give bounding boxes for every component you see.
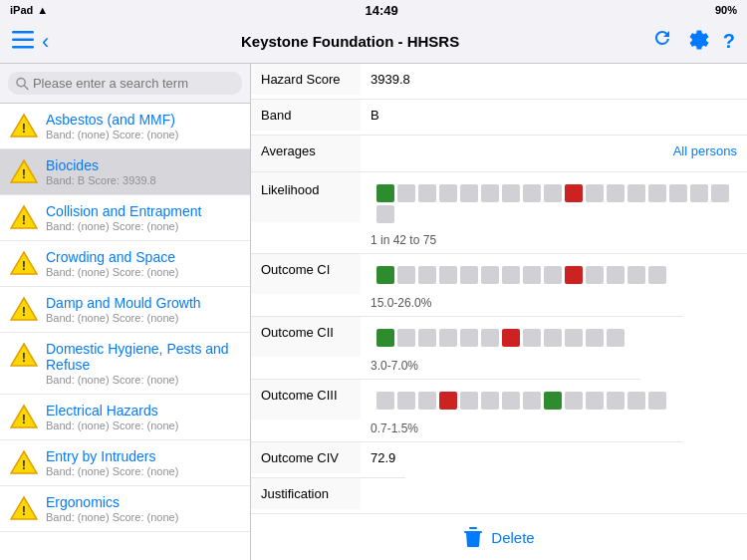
list-item-title: Electrical Hazards	[46, 403, 240, 419]
band-label: Band	[251, 100, 361, 131]
nav-bar: ‹ Keystone Foundation - HHSRS ?	[0, 20, 747, 64]
right-panel: Hazard Score 3939.8 Band B Averages All …	[251, 64, 747, 560]
svg-text:!: !	[22, 258, 26, 273]
likelihood-range: 1 in 42 to 75	[251, 231, 747, 253]
likelihood-section: Likelihood 1 in 42 to 75	[251, 172, 747, 254]
list-item-text: Crowding and Space Band: (none) Score: (…	[46, 249, 240, 278]
square-cell	[586, 184, 604, 202]
list-item-title: Ergonomics	[46, 494, 240, 510]
back-button[interactable]: ‹	[42, 31, 49, 53]
detail-content: Hazard Score 3939.8 Band B Averages All …	[251, 64, 747, 513]
list-item-sub: Band: (none) Score: (none)	[46, 220, 240, 232]
square-cell	[502, 266, 520, 284]
list-item[interactable]: ! Biocides Band: B Score: 3939.8	[0, 149, 250, 195]
square-cell	[376, 266, 394, 284]
square-cell	[439, 392, 457, 410]
warning-icon: !	[10, 295, 38, 323]
main-layout: ! Asbestos (and MMF) Band: (none) Score:…	[0, 64, 747, 560]
outcome-civ-value: 72.9	[361, 442, 405, 473]
square-cell	[460, 329, 478, 347]
square-cell	[418, 184, 436, 202]
nav-left[interactable]: ‹	[12, 31, 49, 53]
list-item[interactable]: ! Electrical Hazards Band: (none) Score:…	[0, 395, 250, 440]
square-cell	[627, 392, 645, 410]
square-cell	[523, 329, 541, 347]
square-cell	[711, 184, 729, 202]
warning-icon: !	[10, 448, 38, 476]
outcome-cii-range: 3.0-7.0%	[251, 357, 640, 379]
square-cell	[607, 392, 624, 410]
battery-label: 90%	[715, 4, 737, 16]
search-input[interactable]	[33, 76, 234, 91]
square-cell	[376, 205, 394, 223]
likelihood-label: Likelihood	[251, 172, 361, 222]
justification-value	[361, 478, 380, 494]
svg-rect-0	[12, 31, 34, 34]
justification-row: Justification	[251, 478, 380, 513]
list-item-text: Ergonomics Band: (none) Score: (none)	[46, 494, 240, 523]
square-cell	[586, 266, 604, 284]
outcome-ciii-section: Outcome CIII 0.7-1.5%	[251, 380, 682, 442]
outcome-cii-squares	[367, 323, 634, 353]
square-cell	[502, 392, 520, 410]
square-cell	[439, 266, 457, 284]
square-cell	[481, 392, 499, 410]
list-item-sub: Band: (none) Score: (none)	[46, 511, 240, 523]
svg-rect-24	[469, 527, 477, 529]
refresh-button[interactable]	[651, 28, 673, 55]
help-button[interactable]: ?	[723, 30, 735, 53]
warning-icon: !	[10, 341, 38, 369]
nav-right: ?	[651, 28, 735, 55]
averages-section: Averages All persons Likelihood 1 in 42 …	[251, 136, 747, 513]
list-item-title: Damp and Mould Growth	[46, 295, 240, 311]
list-item[interactable]: ! Domestic Hygiene, Pests and Refuse Ban…	[0, 333, 250, 395]
square-cell	[648, 184, 666, 202]
list-item[interactable]: ! Entry by Intruders Band: (none) Score:…	[0, 440, 250, 486]
square-cell	[418, 266, 436, 284]
all-persons-tab[interactable]: All persons	[673, 143, 737, 158]
square-cell	[439, 329, 457, 347]
list-item[interactable]: ! Crowding and Space Band: (none) Score:…	[0, 241, 250, 287]
search-input-wrap[interactable]	[8, 72, 242, 95]
square-cell	[376, 329, 394, 347]
hamburger-button[interactable]	[12, 31, 34, 52]
square-cell	[397, 266, 415, 284]
square-cell	[544, 266, 562, 284]
square-cell	[648, 266, 666, 284]
square-cell	[481, 329, 499, 347]
square-cell	[397, 184, 415, 202]
outcome-civ-row: Outcome CIV 72.9	[251, 442, 405, 478]
delete-button[interactable]: Delete	[463, 526, 534, 548]
list-item-sub: Band: (none) Score: (none)	[46, 312, 240, 324]
square-cell	[460, 392, 478, 410]
warning-icon: !	[10, 203, 38, 231]
list-item[interactable]: ! Ergonomics Band: (none) Score: (none)	[0, 486, 250, 532]
settings-button[interactable]	[687, 28, 709, 55]
square-cell	[565, 329, 583, 347]
search-bar	[0, 64, 250, 104]
svg-rect-23	[464, 531, 482, 533]
svg-text:!: !	[22, 212, 26, 227]
square-cell	[523, 184, 541, 202]
list-item-sub: Band: B Score: 3939.8	[46, 174, 240, 186]
square-cell	[397, 392, 415, 410]
square-cell	[607, 266, 624, 284]
averages-label: Averages	[251, 136, 361, 171]
list-item-text: Damp and Mould Growth Band: (none) Score…	[46, 295, 240, 324]
list-item-title: Biocides	[46, 157, 240, 173]
list-item-text: Domestic Hygiene, Pests and Refuse Band:…	[46, 341, 240, 386]
list-item[interactable]: ! Collision and Entrapment Band: (none) …	[0, 195, 250, 241]
square-cell	[690, 184, 708, 202]
hazard-score-label: Hazard Score	[251, 64, 361, 95]
outcome-ci-section: Outcome CI 15.0-26.0%	[251, 254, 682, 317]
square-cell	[565, 184, 583, 202]
list-item[interactable]: ! Damp and Mould Growth Band: (none) Sco…	[0, 287, 250, 333]
square-cell	[586, 392, 604, 410]
list-item-title: Entry by Intruders	[46, 448, 240, 464]
warning-icon: !	[10, 403, 38, 430]
list-item[interactable]: ! Asbestos (and MMF) Band: (none) Score:…	[0, 104, 250, 149]
delete-label: Delete	[491, 529, 534, 546]
status-left: iPad ▲	[10, 4, 48, 16]
square-cell	[502, 184, 520, 202]
list-item-text: Asbestos (and MMF) Band: (none) Score: (…	[46, 112, 240, 140]
